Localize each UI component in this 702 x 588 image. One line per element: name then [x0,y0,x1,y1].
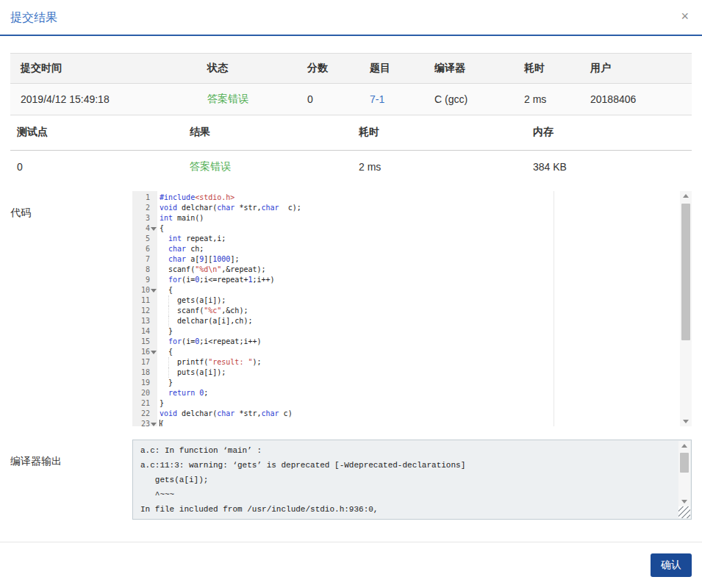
fold-icon[interactable] [151,351,157,354]
submission-table-header-row: 提交时间 状态 分数 题目 编译器 耗时 用户 [10,54,692,84]
gutter-line-number: 16 [132,347,157,357]
submission-row: 2019/4/12 15:49:18 答案错误 0 7-1 C (gcc) 2 … [10,84,692,115]
code-line: for(i=0;i<repeat;i++) [160,337,680,347]
code-line: void delchar(char *str,char c); [160,203,680,213]
close-icon[interactable]: × [681,10,689,23]
gutter-line-number: 6 [132,244,157,254]
gutter-line-number: 21 [132,398,157,409]
gutter-line-number: 3 [132,213,157,223]
problem-link[interactable]: 7-1 [370,93,384,105]
code-line: { [160,223,680,234]
code-line: return 0; [160,388,680,398]
code-line: gets(a[i]); [160,295,680,306]
gutter-line-number: 15 [132,337,157,347]
user-value: 20188406 [590,84,692,115]
modal-header: 提交结果 × [0,0,702,36]
code-scrollbar-thumb[interactable] [681,204,690,340]
gutter-line-number: 1 [132,193,157,203]
code-line: char ch; [160,244,680,254]
testpoint-result-badge: 答案错误 [190,160,231,172]
col-header-result: 结果 [190,115,359,150]
code-editor[interactable]: 1234567891011121314151617181920212223 #i… [132,191,692,426]
code-line: char a[9][1000]; [160,254,680,265]
modal-body: 提交时间 状态 分数 题目 编译器 耗时 用户 2019/4/12 15:49:… [0,53,702,520]
score-value: 0 [307,84,370,115]
gutter-line-number: 22 [132,409,157,419]
code-gutter: 1234567891011121314151617181920212223 [132,191,157,426]
submission-result-modal: 提交结果 × 提交时间 状态 分数 题目 编译器 耗时 用户 [0,0,702,588]
page-title: 提交结果 [10,10,690,26]
gutter-line-number: 19 [132,378,157,388]
compiler-output-label: 编译器输出 [10,440,132,520]
code-line: } [160,398,680,409]
col-header-submit-time: 提交时间 [10,54,207,84]
code-line: printf("result: "); [160,357,680,368]
code-line: } [160,378,680,388]
code-lines: #include<stdio.h>void delchar(char *str,… [160,193,680,426]
col-header-problem: 题目 [370,54,434,84]
gutter-line-number: 4 [132,223,157,234]
code-line: void delchar(char *str,char c) [160,409,680,419]
code-line: { [160,285,680,295]
scrollbar-down-icon[interactable] [681,500,687,503]
gutter-line-number: 12 [132,306,157,316]
fold-icon[interactable] [151,227,157,231]
col-header-memory: 内存 [533,115,692,150]
code-line: delchar(a[i],ch); [160,316,680,326]
gutter-line-number: 20 [132,388,157,398]
modal-footer: 确认 [0,542,702,588]
scrollbar-up-icon[interactable] [681,444,687,448]
submit-time-value: 2019/4/12 15:49:18 [10,84,207,115]
compiler-output-scrollbar[interactable] [678,441,690,506]
col-header-tp-time: 耗时 [359,115,533,150]
code-line: for(i=0;i<=repeat+1;i++) [160,275,680,285]
fold-icon[interactable] [151,423,157,426]
gutter-line-number: 10 [132,285,157,295]
code-line: { [160,347,680,357]
compiler-output-row: 编译器输出 a.c: In function ‘main’ : a.c:11:3… [10,440,692,520]
col-header-user: 用户 [590,54,692,84]
scrollbar-down-icon[interactable] [683,420,689,423]
testpoint-table-header-row: 测试点 结果 耗时 内存 [10,115,692,150]
compiler-scrollbar-thumb[interactable] [680,453,689,473]
code-line: } [160,326,680,337]
testpoint-time-value: 2 ms [359,150,533,184]
code-label: 代码 [10,191,132,426]
gutter-line-number: 18 [132,368,157,378]
testpoint-row: 0 答案错误 2 ms 384 KB [10,150,692,184]
code-line: { [160,419,680,426]
gutter-line-number: 17 [132,357,157,368]
gutter-line-number: 9 [132,275,157,285]
text-cursor [160,420,160,426]
code-line: #include<stdio.h> [160,193,680,203]
compiler-output-text: a.c: In function ‘main’ : a.c:11:3: warn… [133,440,691,520]
submission-table: 提交时间 状态 分数 题目 编译器 耗时 用户 2019/4/12 15:49:… [10,53,692,115]
col-header-score: 分数 [307,54,370,84]
gutter-line-number: 23 [132,419,157,426]
gutter-line-number: 11 [132,295,157,306]
resize-grip-icon[interactable] [678,506,690,518]
scrollbar-up-icon[interactable] [683,194,689,198]
col-header-compiler: 编译器 [434,54,524,84]
code-line: scanf("%c",&ch); [160,306,680,316]
gutter-line-number: 13 [132,316,157,326]
gutter-line-number: 8 [132,265,157,275]
compiler-value: C (gcc) [434,84,524,115]
fold-icon[interactable] [151,289,157,293]
code-line: int repeat,i; [160,234,680,244]
code-line: puts(a[i]); [160,368,680,378]
gutter-line-number: 7 [132,254,157,265]
testpoint-table: 测试点 结果 耗时 内存 0 答案错误 2 ms 384 KB [10,115,692,184]
col-header-status: 状态 [207,54,307,84]
testpoint-value: 0 [10,150,190,184]
code-row: 代码 1234567891011121314151617181920212223… [10,191,692,426]
confirm-button[interactable]: 确认 [651,553,692,577]
gutter-line-number: 2 [132,203,157,213]
testpoint-memory-value: 384 KB [533,150,692,184]
code-line: int main() [160,213,680,223]
col-header-time-used: 耗时 [524,54,590,84]
status-badge: 答案错误 [207,93,248,104]
code-scrollbar[interactable] [680,191,692,426]
time-used-value: 2 ms [524,84,590,115]
compiler-output-textarea[interactable]: a.c: In function ‘main’ : a.c:11:3: warn… [132,440,692,520]
